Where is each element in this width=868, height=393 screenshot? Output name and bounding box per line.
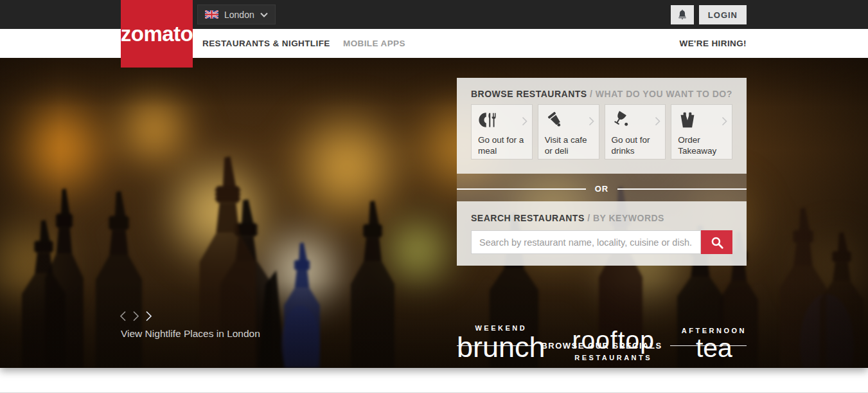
search-title: SEARCH RESTAURANTS: [471, 213, 585, 223]
carousel-prev-icon[interactable]: [120, 311, 127, 322]
carousel-next-icon[interactable]: [132, 311, 139, 322]
special-big-label: brunch: [457, 333, 545, 361]
takeaway-icon: [678, 111, 697, 129]
cafe-icon: [545, 111, 564, 129]
zomato-logo-text: zomato: [121, 22, 193, 46]
card-chevron-icon: [589, 116, 594, 126]
card-go-out-for-a-meal[interactable]: Go out for a meal: [471, 104, 533, 160]
search-subtitle: / BY KEYWORDS: [587, 213, 664, 223]
nav-item-mobile-apps[interactable]: MOBILE APPS: [343, 39, 405, 48]
card-chevron-icon: [522, 116, 527, 126]
chevron-down-icon: [260, 12, 268, 17]
card-label: Visit a cafe or deli: [545, 134, 594, 157]
or-label: OR: [595, 184, 609, 194]
divider-line: [617, 188, 747, 190]
card-label: Go out for a meal: [478, 134, 527, 157]
special-small-label: RESTAURANTS: [572, 354, 655, 361]
card-order-takeaway[interactable]: Order Takeaway: [671, 104, 732, 160]
search-button[interactable]: [701, 230, 732, 254]
special-rooftop-restaurants[interactable]: rooftop RESTAURANTS: [572, 327, 655, 365]
divider-line: [457, 188, 586, 190]
hero-section: BROWSE RESTAURANTS / WHAT DO YOU WANT TO…: [0, 58, 868, 368]
card-chevron-icon: [722, 116, 727, 126]
special-big-label: rooftop: [572, 327, 655, 352]
uk-flag-icon: [205, 10, 218, 19]
browse-cards: Go out for a meal Visit a cafe or deli: [471, 104, 732, 160]
login-button[interactable]: LOGIN: [699, 5, 747, 24]
browse-title: BROWSE RESTAURANTS: [471, 89, 587, 99]
meal-icon: [478, 111, 497, 129]
search-row: [471, 230, 732, 254]
hero-caption-link[interactable]: View Nightlife Places in London: [121, 328, 260, 340]
zomato-logo[interactable]: zomato: [121, 0, 193, 68]
zomato-home-page: London LOGIN RESTAURANTS & NIGHTLIFE MOB…: [0, 0, 868, 393]
carousel-arrows: [120, 311, 152, 322]
browse-panel-title: BROWSE RESTAURANTS / WHAT DO YOU WANT TO…: [471, 89, 732, 99]
card-chevron-icon: [655, 116, 660, 126]
city-label: London: [224, 10, 254, 20]
bell-icon: [677, 9, 688, 21]
card-go-out-for-drinks[interactable]: Go out for drinks: [605, 104, 666, 160]
browse-subtitle: / WHAT DO YOU WANT TO DO?: [590, 89, 732, 99]
special-big-label: tea: [682, 335, 747, 361]
specials-row: WEEKEND brunch rooftop RESTAURANTS AFTER…: [457, 295, 747, 365]
nav-item-were-hiring[interactable]: WE'RE HIRING!: [680, 39, 747, 48]
browse-restaurants-panel: BROWSE RESTAURANTS / WHAT DO YOU WANT TO…: [457, 78, 747, 174]
topbar-actions: LOGIN: [671, 5, 747, 24]
special-weekend-brunch[interactable]: WEEKEND brunch: [457, 325, 545, 365]
card-visit-a-cafe-or-deli[interactable]: Visit a cafe or deli: [538, 104, 599, 160]
city-selector[interactable]: London: [197, 5, 276, 24]
nav-item-restaurants-nightlife[interactable]: RESTAURANTS & NIGHTLIFE: [202, 39, 330, 48]
special-afternoon-tea[interactable]: AFTERNOON tea: [682, 327, 747, 365]
search-input[interactable]: [471, 230, 701, 254]
card-label: Go out for drinks: [612, 134, 661, 157]
search-panel-title: SEARCH RESTAURANTS / BY KEYWORDS: [471, 213, 732, 223]
search-restaurants-panel: SEARCH RESTAURANTS / BY KEYWORDS: [457, 201, 747, 266]
card-label: Order Takeaway: [678, 134, 727, 157]
footer-strip: [0, 368, 868, 392]
carousel-next-active-icon[interactable]: [145, 311, 152, 322]
notifications-button[interactable]: [671, 5, 694, 24]
search-icon: [710, 235, 724, 250]
drinks-icon: [612, 111, 631, 129]
or-divider: OR: [457, 184, 747, 194]
